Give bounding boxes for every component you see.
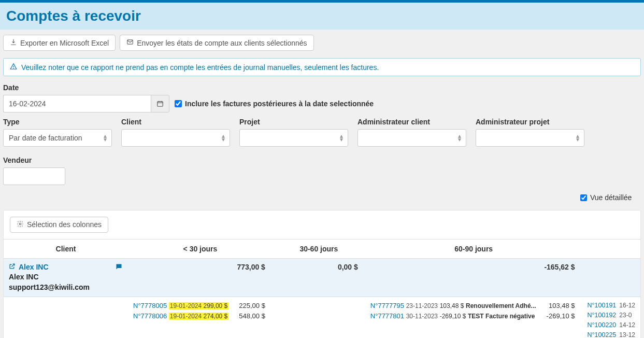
client-select[interactable]: [121, 129, 230, 147]
invoice-link[interactable]: N°7777801: [370, 312, 404, 320]
download-icon: [10, 38, 17, 47]
d3060-invoices: [273, 297, 314, 338]
invoice-line: N°7778006 19-01-2024 274,00 $: [133, 312, 228, 321]
client-name: Alex INC: [19, 263, 49, 271]
invoice-line: N°7778005 19-01-2024 299,00 $: [133, 301, 228, 311]
client-legal-name: Alex INC: [9, 272, 123, 282]
th-client: Client: [4, 239, 128, 258]
vendor-select[interactable]: [3, 167, 65, 185]
warning-icon: [10, 63, 17, 72]
d6090-subtotals: 103,48 $ -269,10 $: [541, 297, 582, 338]
th-3060: 30-60 jours: [273, 239, 365, 258]
include-future-checkbox-label[interactable]: Inclure les factures postérieures à la d…: [175, 100, 374, 108]
page-title: Comptes à recevoir: [6, 8, 638, 24]
client-detail-row: N°7778005 19-01-2024 299,00 $ N°7778006 …: [4, 297, 640, 338]
invoice-link[interactable]: N°7778006: [133, 312, 167, 320]
calendar-button[interactable]: [151, 95, 169, 112]
filters-row-2: Type Par date de facturation ▴▾ Client ▴…: [0, 118, 644, 190]
invoice-link[interactable]: N°100225: [588, 331, 617, 338]
invoice-line: N°10022014-12: [588, 321, 635, 330]
invoice-line: N°10019223-0: [588, 311, 635, 320]
detailed-view-toggle[interactable]: Vue détaillée: [580, 193, 632, 202]
project-label: Projet: [239, 118, 348, 126]
svg-rect-2: [158, 102, 163, 106]
project-select[interactable]: [239, 129, 348, 147]
date-label: Date: [3, 83, 641, 92]
total-lt30: 773,00 $: [128, 258, 273, 297]
gear-icon: [17, 220, 24, 229]
send-statements-label: Envoyer les états de compte aux clients …: [137, 39, 307, 47]
info-alert: Veuillez noter que ce rapport ne prend p…: [3, 58, 641, 76]
export-excel-button[interactable]: Exporter en Microsoft Excel: [3, 35, 116, 51]
info-alert-text: Veuillez noter que ce rapport ne prend p…: [21, 63, 379, 72]
admin-client-select[interactable]: [357, 129, 466, 147]
client-summary-row: Alex INC Alex INC support123@kiwili.com …: [4, 258, 640, 297]
type-select[interactable]: Par date de facturation: [3, 129, 112, 147]
th-extra: [582, 239, 640, 258]
view-options: Vue détaillée: [0, 190, 644, 208]
invoice-link[interactable]: N°100191: [588, 301, 617, 310]
vendor-label: Vendeur: [3, 156, 65, 164]
invoice-date: 13-12: [619, 331, 635, 338]
column-selection-button[interactable]: Sélection des colonnes: [10, 217, 108, 233]
mail-icon: [126, 38, 134, 47]
svg-point-3: [19, 223, 21, 225]
detailed-view-label: Vue détaillée: [590, 193, 632, 202]
lt30-invoices: N°7778005 19-01-2024 299,00 $ N°7778006 …: [128, 297, 234, 338]
results-panel: Sélection des colonnes Client < 30 jours…: [3, 210, 641, 339]
d3060-subtotals: [314, 297, 365, 338]
export-excel-label: Exporter en Microsoft Excel: [20, 39, 109, 47]
highlighted-span: 19-01-2024 274,00 $: [169, 313, 228, 320]
admin-client-label: Administrateur client: [357, 118, 466, 126]
invoice-date: 16-12: [619, 301, 635, 309]
th-lt30: < 30 jours: [128, 239, 273, 258]
client-link[interactable]: Alex INC: [9, 263, 49, 271]
calendar-icon: [156, 100, 164, 107]
invoice-date: 23-0: [619, 311, 632, 319]
comment-icon[interactable]: [115, 263, 123, 272]
invoice-line: N°10019116-12: [588, 301, 635, 310]
detailed-view-checkbox[interactable]: [580, 194, 587, 201]
page-header: Comptes à recevoir: [0, 3, 644, 30]
type-label: Type: [3, 118, 112, 126]
highlighted-span: 19-01-2024 299,00 $: [169, 302, 228, 309]
client-email: support123@kiwili.com: [9, 283, 123, 292]
admin-project-label: Administrateur projet: [476, 118, 584, 126]
invoice-line: N°7777795 23-11-2023 103,48 $ Renouvelle…: [370, 301, 536, 311]
svg-point-1: [13, 68, 14, 68]
action-toolbar: Exporter en Microsoft Excel Envoyer les …: [0, 30, 644, 56]
invoice-date: 14-12: [619, 321, 635, 329]
total-6090: -165,62 $: [365, 258, 582, 297]
filters-row-1: Date Inclure les factures postérieures à…: [0, 83, 644, 118]
lt30-subtotals: 225,00 $ 548,00 $: [234, 297, 273, 338]
invoice-link[interactable]: N°100192: [588, 311, 617, 320]
invoice-link[interactable]: N°7777795: [370, 302, 404, 309]
include-future-text: Inclure les factures postérieures à la d…: [185, 100, 374, 108]
invoice-line: N°10022513-12: [588, 331, 635, 338]
total-3060: 0,00 $: [273, 258, 365, 297]
column-selection-label: Sélection des colonnes: [27, 220, 102, 229]
th-6090: 60-90 jours: [365, 239, 582, 258]
table-header-row: Client < 30 jours 30-60 jours 60-90 jour…: [4, 239, 640, 258]
send-statements-button[interactable]: Envoyer les états de compte aux clients …: [120, 35, 313, 51]
date-input[interactable]: [3, 95, 151, 112]
invoice-link[interactable]: N°100220: [588, 321, 617, 330]
receivables-table: Client < 30 jours 30-60 jours 60-90 jour…: [4, 239, 640, 339]
client-label: Client: [121, 118, 230, 126]
admin-project-select[interactable]: [476, 129, 584, 147]
d6090-invoices: N°7777795 23-11-2023 103,48 $ Renouvelle…: [365, 297, 541, 338]
extra-invoices: N°10019116-12N°10019223-0N°10022014-12N°…: [582, 297, 640, 338]
include-future-checkbox[interactable]: [175, 100, 182, 107]
invoice-link[interactable]: N°7778005: [133, 302, 167, 309]
external-link-icon: [9, 263, 16, 271]
invoice-line: N°7777801 30-11-2023 -269,10 $ TEST Fact…: [370, 312, 536, 321]
